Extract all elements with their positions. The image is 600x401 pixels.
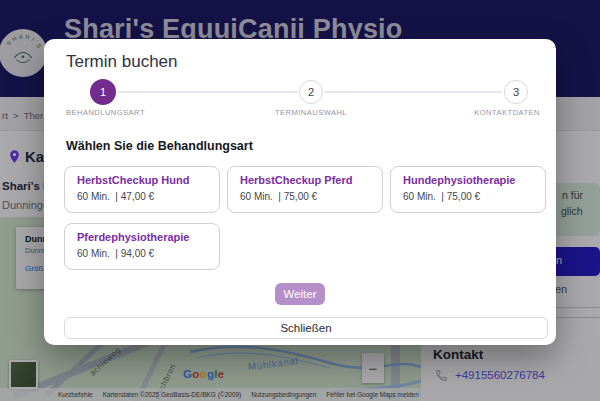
next-button[interactable]: Weiter: [275, 283, 325, 305]
treatment-details: 60 Min. | 47,00 €: [77, 191, 207, 202]
step-label-behandlungsart: BEHANDLUNGSART: [66, 108, 145, 117]
step-indicator-2[interactable]: 2: [299, 80, 323, 104]
booking-dialog: Termin buchen 1 2 3 BEHANDLUNGSART TERMI…: [44, 39, 556, 345]
treatment-name: Hundephysiotherapie: [403, 174, 533, 186]
treatment-name: HerbstCheckup Hund: [77, 174, 207, 186]
treatment-details: 60 Min. | 75,00 €: [403, 191, 533, 202]
treatment-section-heading: Wählen Sie die Behandlungsart: [66, 139, 253, 153]
step-label-terminauswahl: TERMINAUSWAHL: [275, 108, 347, 117]
treatment-details: 60 Min. | 75,00 €: [240, 191, 370, 202]
treatment-card-herbstcheckup-hund[interactable]: HerbstCheckup Hund 60 Min. | 47,00 €: [64, 166, 220, 213]
treatment-card-hundephysiotherapie[interactable]: Hundephysiotherapie 60 Min. | 75,00 €: [390, 166, 546, 213]
stepper-connector: [118, 91, 298, 93]
dialog-title: Termin buchen: [66, 52, 178, 72]
treatment-name: HerbstCheckup Pferd: [240, 174, 370, 186]
treatment-card-herbstcheckup-pferd[interactable]: HerbstCheckup Pferd 60 Min. | 75,00 €: [227, 166, 383, 213]
treatment-name: Pferdephysiotherapie: [77, 231, 207, 243]
treatment-details: 60 Min. | 94,00 €: [77, 248, 207, 259]
step-indicator-1[interactable]: 1: [90, 79, 116, 105]
treatment-card-pferdephysiotherapie[interactable]: Pferdephysiotherapie 60 Min. | 94,00 €: [64, 223, 220, 270]
treatment-options: HerbstCheckup Hund 60 Min. | 47,00 € Her…: [64, 166, 546, 270]
step-label-kontaktdaten: KONTAKTDATEN: [474, 108, 540, 117]
stepper-connector: [325, 91, 502, 93]
close-button[interactable]: Schließen: [64, 317, 548, 339]
step-indicator-3[interactable]: 3: [504, 80, 528, 104]
